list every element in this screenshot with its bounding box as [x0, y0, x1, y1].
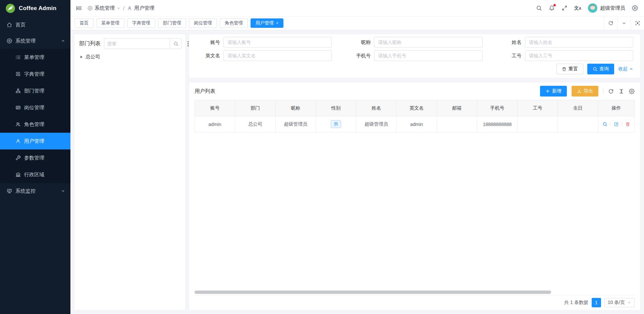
pagination: 共 1 条数据 1 10 条/页: [195, 295, 635, 310]
sidebar-item-menu-management[interactable]: 菜单管理: [0, 49, 70, 66]
cell-birthday: [558, 116, 598, 132]
query-button[interactable]: 查询: [587, 64, 614, 74]
trash-icon: [625, 122, 630, 127]
settings-button[interactable]: [632, 5, 638, 11]
tab-label: 岗位管理: [194, 20, 212, 26]
sidebar-item-system-management[interactable]: 系统管理: [0, 33, 70, 49]
cell-name: 超级管理员: [356, 116, 396, 132]
cell-email: [437, 116, 477, 132]
col-work-no: 工号: [518, 100, 558, 116]
search-form-card: 账号 昵称 姓名 英文名: [189, 34, 640, 78]
notifications-button[interactable]: [549, 5, 555, 11]
work-no-field[interactable]: [525, 50, 633, 61]
nickname-field[interactable]: [374, 37, 482, 48]
department-search-group: [104, 38, 182, 49]
row-height-button[interactable]: [619, 88, 624, 94]
page-1-button[interactable]: 1: [592, 298, 601, 307]
add-user-button[interactable]: 新增: [540, 86, 567, 97]
tab-home[interactable]: 首页: [74, 18, 94, 28]
nickname-label: 昵称: [346, 39, 371, 46]
app-logo[interactable]: Coffee Admin: [0, 0, 70, 17]
tab-actions-dropdown-button[interactable]: [617, 16, 631, 30]
department-panel: 部门列表 ⋮ 总公司: [74, 34, 185, 310]
collapse-form-label: 收起: [618, 66, 628, 72]
reset-button[interactable]: 重置: [556, 64, 583, 74]
sidebar-item-label: 参数管理: [24, 155, 44, 161]
sidebar-item-system-monitor[interactable]: 系统监控: [0, 183, 70, 199]
row-height-icon: [619, 88, 624, 94]
user-icon: [15, 138, 21, 144]
query-button-label: 查询: [599, 66, 609, 72]
chevron-up-icon: [629, 67, 633, 71]
tab-label: 字典管理: [132, 20, 150, 26]
edit-row-button[interactable]: [614, 122, 619, 127]
fullscreen-box-icon: [635, 20, 640, 26]
search-icon: [593, 67, 597, 71]
tree-item-head-office[interactable]: 总公司: [79, 54, 180, 60]
tab-role-management[interactable]: 角色管理: [220, 18, 248, 28]
tab-department-management[interactable]: 部门管理: [158, 18, 186, 28]
sidebar-item-dictionary-management[interactable]: 字典管理: [0, 66, 70, 82]
tab-label: 用户管理: [256, 20, 274, 26]
form-item-name: 姓名: [497, 37, 633, 48]
breadcrumb-current: 用户管理: [127, 5, 154, 11]
refresh-table-button[interactable]: [608, 88, 614, 94]
sidebar-item-parameter-management[interactable]: 参数管理: [0, 149, 70, 166]
gender-tag: 男: [331, 120, 341, 128]
page-size-value: 10 条/页: [608, 300, 625, 306]
horizontal-scrollbar: [195, 291, 635, 294]
tree-expand-icon[interactable]: [80, 56, 83, 58]
sidebar-item-label: 行政区域: [24, 172, 44, 178]
delete-row-button[interactable]: [625, 122, 630, 127]
user-menu[interactable]: 超级管理员: [588, 3, 625, 13]
content-fullscreen-button[interactable]: [631, 16, 644, 30]
department-search-input[interactable]: [104, 38, 170, 49]
tab-post-management[interactable]: 岗位管理: [189, 18, 217, 28]
table-row[interactable]: admin 总公司 超级管理员 男 超级管理员 admin 1888888888…: [195, 116, 635, 132]
account-field[interactable]: [223, 37, 332, 48]
export-button[interactable]: 导出: [572, 86, 598, 97]
refresh-tab-button[interactable]: [604, 16, 617, 30]
tab-dictionary-management[interactable]: 字典管理: [127, 18, 155, 28]
name-field[interactable]: [525, 37, 633, 48]
search-form-actions: 重置 查询 收起: [196, 64, 633, 75]
global-search-button[interactable]: [536, 5, 542, 11]
search-icon: [536, 5, 542, 11]
sidebar-item-home[interactable]: 首页: [0, 17, 70, 33]
sidebar-item-role-management[interactable]: 角色管理: [0, 116, 70, 133]
breadcrumb-parent[interactable]: 系统管理: [88, 5, 120, 11]
tab-menu-management[interactable]: 菜单管理: [96, 18, 124, 28]
header-actions: 文A 超级管理员: [536, 3, 638, 13]
view-row-button[interactable]: [602, 122, 607, 127]
table-header-row: 账号 部门 昵称 性别 姓名 英文名 邮箱 手机号 工号 生日: [195, 100, 635, 116]
collapse-form-button[interactable]: 收起: [618, 66, 633, 72]
app-title: Coffee Admin: [19, 5, 56, 12]
tab-user-management[interactable]: 用户管理 ×: [251, 18, 283, 28]
sidebar-item-post-management[interactable]: 岗位管理: [0, 99, 70, 116]
user-table-card: 用户列表 新增 导出: [189, 82, 640, 310]
col-actions: 操作: [598, 100, 634, 116]
collapse-sidebar-button[interactable]: [76, 5, 82, 11]
page-size-select[interactable]: 10 条/页: [604, 298, 635, 307]
breadcrumb: 系统管理 / 用户管理: [88, 5, 154, 11]
sidebar-item-administrative-region[interactable]: 行政区域: [0, 166, 70, 183]
gear-icon: [7, 38, 12, 44]
department-search-button[interactable]: [170, 38, 182, 49]
top-header: 系统管理 / 用户管理: [70, 0, 644, 16]
close-icon[interactable]: ×: [276, 21, 278, 25]
phone-field[interactable]: [374, 50, 482, 61]
english-name-field[interactable]: [223, 50, 332, 61]
sidebar-item-department-management[interactable]: 部门管理: [0, 82, 70, 99]
sidebar-submenu-system: 菜单管理 字典管理 部门管理 岗位管理 角色管理 用户管理: [0, 49, 70, 183]
action-divider: [610, 122, 611, 126]
column-settings-button[interactable]: [629, 88, 635, 94]
language-switch-button[interactable]: 文A: [574, 6, 581, 10]
col-english-name: 英文名: [396, 100, 437, 116]
add-button-label: 新增: [552, 88, 561, 94]
table-toolbar: 用户列表 新增 导出: [195, 82, 635, 100]
sidebar-item-label: 菜单管理: [24, 54, 44, 61]
fullscreen-button[interactable]: [561, 5, 568, 11]
pagination-total: 共 1 条数据: [564, 300, 588, 306]
sidebar-item-user-management[interactable]: 用户管理: [0, 133, 70, 149]
scrollbar-thumb[interactable]: [195, 291, 551, 294]
